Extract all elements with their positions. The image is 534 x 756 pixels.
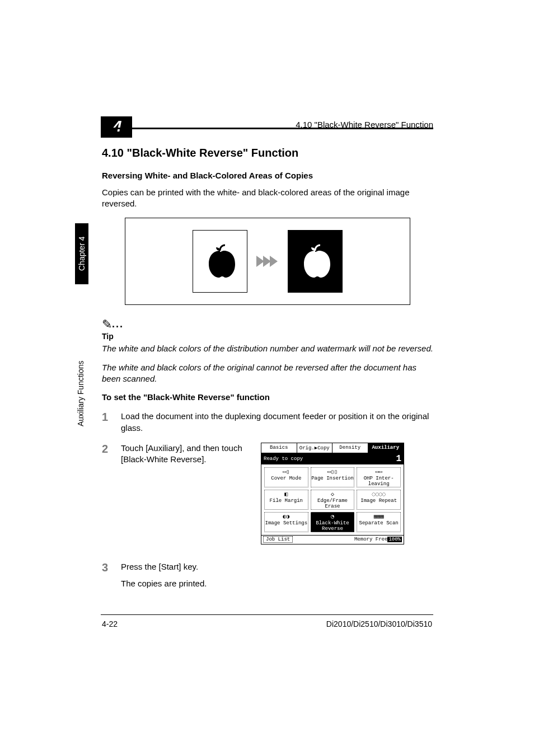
- step-number: 2: [102, 443, 112, 544]
- tab-auxiliary[interactable]: Auxiliary: [368, 443, 404, 453]
- btn-image-repeat[interactable]: ◌◌◌◌Image Repeat: [357, 490, 401, 510]
- tip-label: Tip: [102, 332, 433, 341]
- btn-image-settings[interactable]: ◐◑Image Settings: [264, 512, 308, 532]
- page: 4 4.10 "Black-White Reverse" Function Ch…: [0, 0, 534, 756]
- section-title: 4.10 "Black-White Reverse" Function: [102, 147, 433, 159]
- model-list: Di2010/Di2510/Di3010/Di3510: [326, 619, 432, 628]
- page-header: 4 4.10 "Black-White Reverse" Function: [101, 116, 433, 138]
- section-subtitle: Reversing White- and Black-Colored Areas…: [102, 171, 433, 180]
- btn-cover-mode[interactable]: ▭▯Cover Mode: [264, 467, 308, 487]
- black-white-reverse-icon: ◔: [311, 513, 354, 520]
- arrow-icon: [257, 256, 278, 267]
- btn-file-margin[interactable]: ◧File Margin: [264, 490, 308, 510]
- tip-block: ✎... Tip The white and black colors of t…: [102, 317, 433, 385]
- step-text: Press the [Start] key.: [121, 561, 207, 572]
- header-rule: [101, 128, 433, 129]
- illustration-original-panel: [193, 230, 247, 293]
- pencil-icon: ✎: [102, 317, 112, 332]
- page-insertion-icon: ▭▯▯: [311, 468, 354, 476]
- ellipsis-icon: ...: [112, 318, 124, 330]
- apple-white-icon: [300, 244, 330, 279]
- tip-line-2: The white and black colors of the origin…: [102, 362, 433, 385]
- page-number: 4-22: [102, 619, 118, 628]
- side-chapter-label: Chapter 4: [75, 223, 88, 284]
- step-number: 1: [102, 411, 112, 434]
- tab-orig-copy[interactable]: Orig.▶Copy: [297, 443, 333, 453]
- image-settings-icon: ◐◑: [265, 513, 308, 520]
- copy-count: 1: [396, 454, 401, 464]
- tip-line-1: The white and black colors of the distri…: [102, 343, 433, 354]
- screen-tabs: Basics Orig.▶Copy Density Auxiliary: [261, 443, 404, 453]
- chapter-number-box: 4: [101, 116, 132, 138]
- step-3: 3 Press the [Start] key. The copies are …: [102, 561, 433, 590]
- illustration-frame: [125, 218, 410, 305]
- btn-ohp-interleaving[interactable]: ▭▭OHP Inter-leaving: [357, 467, 401, 487]
- step-result: The copies are printed.: [121, 578, 207, 589]
- intro-paragraph: Copies can be printed with the white- an…: [102, 187, 433, 210]
- footer-rule: [101, 614, 433, 615]
- btn-separate-scan[interactable]: ▦▦▦Separate Scan: [357, 512, 401, 532]
- image-repeat-icon: ◌◌◌◌: [357, 491, 400, 498]
- step-text-block: Press the [Start] key. The copies are pr…: [121, 561, 207, 590]
- side-chapter-box: Chapter 4: [75, 223, 88, 284]
- btn-edge-frame-erase[interactable]: ◇Edge/Frame Erase: [311, 490, 355, 510]
- memory-label: Memory Free: [354, 537, 387, 542]
- btn-job-list[interactable]: Job List: [263, 536, 293, 543]
- tab-basics[interactable]: Basics: [261, 443, 297, 453]
- memory-indicator: Memory Free100%: [354, 537, 402, 542]
- step-1: 1 Load the document into the duplexing d…: [102, 411, 433, 434]
- separate-scan-icon: ▦▦▦: [357, 513, 400, 520]
- status-bar: Ready to copy 1: [261, 453, 404, 464]
- step-number: 3: [102, 561, 112, 590]
- edge-frame-erase-icon: ◇: [311, 491, 354, 498]
- auxiliary-grid: ▭▯Cover Mode ▭▯▯Page Insertion ▭▭OHP Int…: [261, 464, 404, 535]
- screen-footer: Job List Memory Free100%: [261, 535, 404, 544]
- btn-black-white-reverse[interactable]: ◔Black-White Reverse: [311, 512, 355, 532]
- illustration-reversed-panel: [288, 230, 343, 293]
- cover-mode-icon: ▭▯: [265, 468, 308, 476]
- tab-density[interactable]: Density: [332, 443, 368, 453]
- memory-percent: 100%: [387, 537, 402, 542]
- content-column: 4.10 "Black-White Reverse" Function Reve…: [102, 147, 433, 589]
- ohp-interleaving-icon: ▭▭: [357, 468, 400, 476]
- touchscreen-figure: Basics Orig.▶Copy Density Auxiliary Read…: [261, 443, 404, 544]
- btn-page-insertion[interactable]: ▭▯▯Page Insertion: [311, 467, 355, 487]
- file-margin-icon: ◧: [265, 491, 308, 498]
- side-auxiliary-label: Auxiliary Functions: [76, 361, 85, 427]
- step-text: Touch [Auxiliary], and then touch [Black…: [121, 443, 244, 466]
- step-2: 2 Touch [Auxiliary], and then touch [Bla…: [102, 443, 433, 544]
- howto-heading: To set the "Black-White Reverse" functio…: [102, 392, 433, 402]
- status-text: Ready to copy: [264, 456, 303, 462]
- apple-black-icon: [205, 244, 235, 279]
- page-footer: 4-22 Di2010/Di2510/Di3010/Di3510: [102, 619, 432, 628]
- step-text: Load the document into the duplexing doc…: [121, 411, 433, 434]
